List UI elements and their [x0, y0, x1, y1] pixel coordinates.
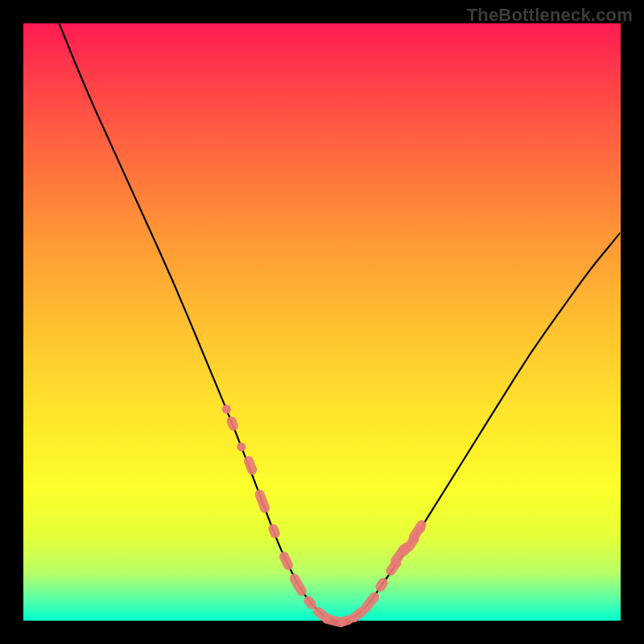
- curve-svg: [23, 23, 621, 621]
- svg-rect-5: [288, 572, 308, 597]
- marker-group: [222, 405, 428, 629]
- watermark-text: TheBottleneck.com: [467, 5, 633, 26]
- svg-rect-4: [278, 550, 295, 572]
- plot-area: [23, 23, 621, 621]
- highlight-marker: [254, 488, 271, 514]
- svg-rect-2: [254, 488, 271, 514]
- highlight-marker: [374, 576, 390, 594]
- highlight-dot: [222, 405, 231, 414]
- highlight-marker: [278, 550, 295, 572]
- bottleneck-curve: [60, 23, 621, 621]
- svg-rect-0: [225, 415, 240, 432]
- curve-group: [60, 23, 621, 621]
- highlight-marker: [225, 415, 240, 432]
- svg-rect-12: [374, 576, 390, 594]
- highlight-dot: [237, 443, 246, 452]
- chart-frame: TheBottleneck.com: [0, 0, 644, 644]
- highlight-marker: [267, 522, 282, 539]
- highlight-marker: [358, 590, 381, 615]
- highlight-dot: [416, 524, 425, 533]
- highlight-marker: [288, 572, 308, 597]
- svg-rect-3: [267, 522, 282, 539]
- svg-rect-11: [358, 590, 381, 615]
